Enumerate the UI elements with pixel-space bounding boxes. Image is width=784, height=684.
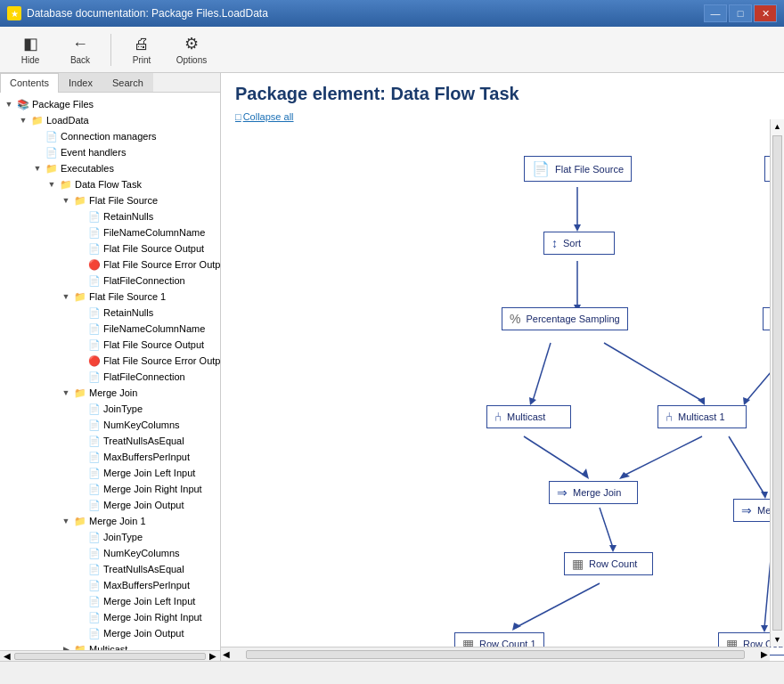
tree-container[interactable]: ▼ 📚 Package Files ▼ 📁 LoadData 📄 Connect… [0, 93, 220, 650]
tree-item-ffs-error[interactable]: 🔴 Flat File Source Error Output [0, 256, 220, 273]
page-icon: 📄 [87, 209, 102, 224]
node-flat-file-source[interactable]: 📄 Flat File Source [524, 156, 632, 182]
collapse-all-button[interactable]: □ Collapse all [235, 111, 770, 122]
node-multicast[interactable]: ⑃ Multicast [486, 405, 571, 428]
tree-item-multicast[interactable]: ▶ 📁 Multicast [0, 641, 220, 650]
back-button[interactable]: ← Back [57, 30, 103, 69]
tree-item-ffs-source-output[interactable]: 📄 Flat File Source Output [0, 337, 220, 353]
tree-item-connection-managers[interactable]: 📄 Connection managers [0, 128, 220, 144]
spacer [73, 562, 87, 576]
expand-icon: ▼ [59, 514, 73, 528]
page-icon: 📄 [87, 562, 102, 576]
spacer [73, 322, 87, 336]
vertical-scroll-thumb[interactable] [772, 135, 782, 631]
tree-item-mj1-left[interactable]: 📄 Merge Join Left Input [0, 593, 220, 609]
tree-item-filenamecolumnname[interactable]: 📄 FileNameColumnName [0, 224, 220, 240]
tree-label: Merge Join 1 [89, 516, 146, 526]
title-bar: ★ Database documentation: Package Files.… [0, 0, 784, 27]
svg-marker-9 [529, 397, 536, 405]
right-scrollbar[interactable]: ▲ ▼ [770, 119, 784, 647]
app-icon: ★ [7, 6, 21, 20]
tree-item-numkeycolumns[interactable]: 📄 NumKeyColumns [0, 417, 220, 433]
tree-item-mj1-output[interactable]: 📄 Merge Join Output [0, 625, 220, 641]
tree-item-ffs1-error[interactable]: 🔴 Flat File Source Error Output [0, 353, 220, 369]
minimize-button[interactable]: — [704, 4, 727, 22]
scroll-up-btn[interactable]: ▲ [771, 119, 784, 134]
close-button[interactable]: ✕ [754, 4, 777, 22]
tree-item-flatfileconnection2[interactable]: 📄 FlatFileConnection [0, 369, 220, 385]
tree-item-retainnulls[interactable]: 📄 RetainNulls [0, 208, 220, 224]
node-label: Merge Join [573, 487, 621, 498]
tree-item-merge-join-1[interactable]: ▼ 📁 Merge Join 1 [0, 513, 220, 529]
tree-item-data-flow-task[interactable]: ▼ 📁 Data Flow Task [0, 176, 220, 192]
folder-icon: 📁 [45, 161, 59, 175]
tab-contents[interactable]: Contents [0, 73, 59, 93]
hide-icon: ◧ [23, 34, 38, 53]
horizontal-scrollbar[interactable] [14, 653, 206, 660]
tree-label: Flat File Source Error Output [103, 355, 220, 366]
svg-line-10 [604, 343, 702, 401]
tree-label: JoinType [103, 532, 143, 542]
tree-item-mj-output[interactable]: 📄 Merge Join Output [0, 497, 220, 513]
scroll-right-btn[interactable]: ▶ [759, 649, 770, 659]
tree-item-jointype2[interactable]: 📄 JoinType [0, 529, 220, 545]
svg-marker-25 [512, 623, 521, 631]
tab-index[interactable]: Index [59, 73, 102, 92]
tree-item-retainnulls2[interactable]: 📄 RetainNulls [0, 305, 220, 321]
merge-icon: ⇒ [741, 503, 752, 517]
hide-button[interactable]: ◧ Hide [7, 30, 53, 69]
tree-item-package-files[interactable]: ▼ 📚 Package Files [0, 96, 220, 112]
maximize-button[interactable]: □ [729, 4, 752, 22]
spacer [73, 450, 87, 464]
print-button[interactable]: 🖨 Print [118, 30, 165, 69]
bottom-scrollbar[interactable]: ◀ ▶ [221, 647, 770, 661]
svg-marker-23 [609, 545, 617, 552]
left-scrollbar[interactable]: ◀ ▶ [0, 650, 220, 661]
tree-item-executables[interactable]: ▼ 📁 Executables [0, 160, 220, 176]
node-sort[interactable]: ↕ Sort [543, 232, 615, 255]
node-merge-join[interactable]: ⇒ Merge Join [549, 481, 638, 504]
spacer [73, 594, 87, 608]
node-row-count[interactable]: ▦ Row Count [564, 552, 653, 575]
horizontal-scroll-track[interactable] [246, 650, 745, 659]
svg-line-16 [524, 436, 586, 476]
scroll-down-btn[interactable]: ▼ [771, 632, 784, 647]
tree-label: RetainNulls [103, 211, 153, 222]
tree-label: Package Files [32, 99, 94, 110]
node-label: Multicast [507, 411, 545, 422]
tree-item-numkeycolumns2[interactable]: 📄 NumKeyColumns [0, 545, 220, 561]
tree-item-mj-right[interactable]: 📄 Merge Join Right Input [0, 481, 220, 497]
page-icon: 📄 [87, 434, 102, 448]
tree-item-filenamecolumnname2[interactable]: 📄 FileNameColumnName [0, 321, 220, 337]
tree-item-maxbufferspinput[interactable]: 📄 MaxBuffersPerInput [0, 449, 220, 465]
tree-item-mj1-right[interactable]: 📄 Merge Join Right Input [0, 609, 220, 625]
tree-item-jointype[interactable]: 📄 JoinType [0, 401, 220, 417]
tree-item-ffs-output[interactable]: 📄 Flat File Source Output [0, 240, 220, 256]
folder-icon: 📁 [73, 514, 87, 528]
scroll-left-btn[interactable]: ◀ [221, 649, 232, 659]
error-icon: 🔴 [87, 257, 102, 272]
window-controls[interactable]: — □ ✕ [704, 4, 777, 22]
node-multicast-1[interactable]: ⑃ Multicast 1 [657, 405, 747, 428]
tree-item-treatnullsequal2[interactable]: 📄 TreatNullsAsEqual [0, 561, 220, 577]
tree-item-maxbufferspinput2[interactable]: 📄 MaxBuffersPerInput [0, 577, 220, 593]
tree-item-ffs1[interactable]: ▼ 📁 Flat File Source 1 [0, 289, 220, 305]
tree-item-flatfileconnection[interactable]: 📄 FlatFileConnection [0, 273, 220, 289]
page-title: Package element: Data Flow Task [235, 84, 770, 104]
folder-icon: 📁 [30, 113, 45, 127]
node-percentage-sampling[interactable]: % Percentage Sampling [502, 307, 628, 330]
scroll-right-btn[interactable]: ▶ [206, 651, 220, 661]
tree-label: MaxBuffersPerInput [103, 452, 190, 462]
scroll-left-btn[interactable]: ◀ [0, 651, 14, 661]
tree-item-merge-join[interactable]: ▼ 📁 Merge Join [0, 385, 220, 401]
tree-item-mj-left[interactable]: 📄 Merge Join Left Input [0, 465, 220, 481]
tree-item-loaddata[interactable]: ▼ 📁 LoadData [0, 112, 220, 128]
right-content: Package element: Data Flow Task □ Collap… [221, 73, 784, 661]
tab-search[interactable]: Search [102, 73, 153, 92]
tree-item-flat-file-source[interactable]: ▼ 📁 Flat File Source [0, 192, 220, 208]
tree-item-event-handlers[interactable]: 📄 Event handlers [0, 144, 220, 160]
page-icon: 📄 [87, 610, 102, 624]
tree-item-treatnullsequal[interactable]: 📄 TreatNullsAsEqual [0, 433, 220, 449]
multicast-icon: ⑃ [666, 410, 673, 424]
options-button[interactable]: ⚙ Options [168, 30, 215, 69]
